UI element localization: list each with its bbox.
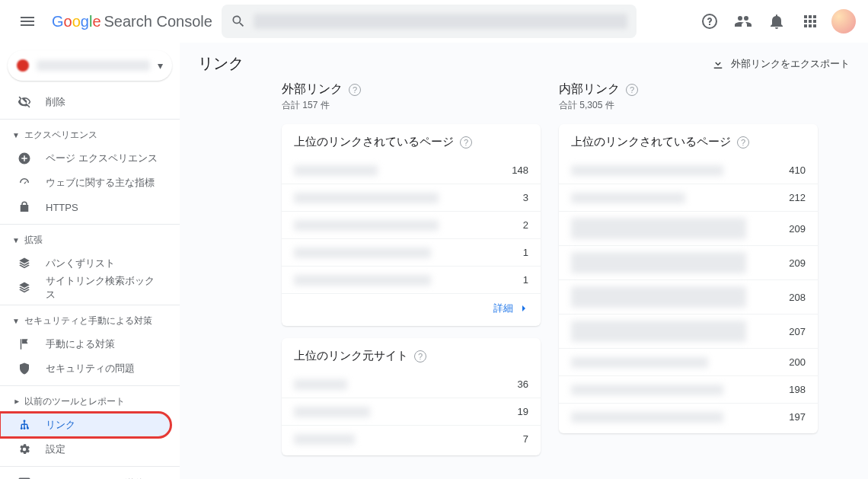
help-icon[interactable]: ? [414,350,426,362]
sidebar: ▾ 削除 ▼エクスペリエンス ページ エクスペリエンス ウェブに関する主な指標 … [0,43,180,479]
internal-top-linked-pages-card: 上位のリンクされているページ ? 41021220920920820720019… [559,124,818,433]
help-icon[interactable]: ? [460,136,472,148]
row-value: 208 [781,292,806,303]
page-header: リンク 外部リンクをエクスポート [180,43,868,81]
row-value: 19 [504,406,528,417]
sidebar-item-breadcrumbs[interactable]: パンくずリスト [0,251,171,276]
main-menu-button[interactable] [12,6,43,37]
sidebar-item-removals[interactable]: 削除 [0,90,171,114]
card-title: 上位のリンクされているページ [571,135,731,149]
table-row[interactable]: 19 [282,398,541,425]
sidebar-item-page-experience[interactable]: ページ エクスペリエンス [0,146,171,171]
more-link[interactable]: 詳細 [282,293,541,323]
url-redacted [294,193,439,203]
lock-icon [17,200,32,214]
speed-icon [17,176,32,190]
sidebar-item-label: ページ エクスペリエンス [46,152,158,165]
url-redacted [571,385,723,395]
row-value: 410 [781,164,806,176]
product-logo[interactable]: Google Search Console [52,13,212,30]
notifications-button[interactable] [761,6,792,37]
url-redacted [294,165,378,176]
card-title: 上位のリンク元サイト [294,349,408,363]
row-value: 36 [504,378,528,390]
row-value: 2 [504,219,528,231]
users-icon [734,12,752,30]
table-row[interactable]: 7 [282,425,541,452]
table-row[interactable]: 197 [559,403,818,430]
property-name-redacted [37,60,150,71]
divider [0,119,180,120]
sidebar-item-feedback[interactable]: フィードバックを送信 [0,471,171,479]
row-value: 207 [781,326,806,337]
url-redacted [571,321,746,342]
visibility-off-icon [17,95,32,109]
sidebar-item-label: HTTPS [46,202,78,213]
row-value: 1 [504,247,528,258]
chevron-down-icon: ▾ [158,59,163,72]
table-row[interactable]: 3 [282,184,541,211]
table-row[interactable]: 1 [282,238,541,266]
row-value: 148 [504,164,528,176]
sidebar-item-sitelinks-searchbox[interactable]: サイトリンク検索ボックス [0,276,171,300]
table-row[interactable]: 198 [559,375,818,403]
url-redacted [571,357,708,368]
shield-icon [17,362,32,375]
export-external-links-button[interactable]: 外部リンクをエクスポート [711,57,850,71]
download-icon [711,57,725,71]
apps-button[interactable] [795,6,825,37]
url-redacted [294,220,439,231]
main-content: リンク 外部リンクをエクスポート 外部リンク ? 合計 157 件 [180,43,868,479]
help-icon[interactable]: ? [626,84,638,96]
search-input[interactable] [222,5,637,38]
content-scroll[interactable]: 外部リンク ? 合計 157 件 上位のリンクされているページ ? 148321… [180,81,868,479]
table-row[interactable]: 148 [282,157,541,184]
url-redacted [571,252,746,273]
sidebar-section-enhancements[interactable]: ▼拡張 [0,229,180,251]
url-redacted [571,218,746,239]
internal-links-column: 内部リンク ? 合計 5,305 件 上位のリンクされているページ ? 4102… [559,81,818,433]
table-row[interactable]: 200 [559,348,818,375]
internal-total: 合計 5,305 件 [559,99,818,112]
table-row[interactable]: 209 [559,245,818,279]
page-title: リンク [198,53,244,74]
account-avatar[interactable] [831,9,856,34]
table-row[interactable]: 1 [282,266,541,293]
row-value: 200 [781,356,806,368]
sidebar-item-https[interactable]: HTTPS [0,195,171,219]
external-top-linking-sites-card: 上位のリンク元サイト ? 36197 [282,338,541,455]
table-row[interactable]: 209 [559,211,818,245]
sidebar-item-settings[interactable]: 設定 [0,437,171,461]
help-icon[interactable]: ? [349,84,361,96]
table-row[interactable]: 212 [559,184,818,211]
sidebar-item-links[interactable]: リンク [0,413,171,437]
sidebar-item-manual-actions[interactable]: 手動による対策 [0,332,171,356]
sidebar-item-core-web-vitals[interactable]: ウェブに関する主な指標 [0,171,171,195]
url-redacted [571,286,746,308]
url-redacted [571,165,723,176]
sidebar-item-security-issues[interactable]: セキュリティの問題 [0,356,171,381]
url-redacted [294,379,347,390]
table-row[interactable]: 208 [559,279,818,314]
hamburger-icon [18,12,37,30]
table-row[interactable]: 2 [282,211,541,238]
help-icon[interactable]: ? [737,136,749,148]
apps-grid-icon [801,12,819,30]
app-header: Google Search Console [0,0,868,43]
help-button[interactable] [694,6,725,37]
internal-group-title: 内部リンク ? [559,81,818,97]
table-row[interactable]: 410 [559,157,818,184]
table-row[interactable]: 36 [282,371,541,398]
url-redacted [294,434,355,445]
sidebar-section-experience[interactable]: ▼エクスペリエンス [0,124,180,146]
sidebar-item-label: パンくずリスト [46,257,115,270]
table-row[interactable]: 207 [559,314,818,348]
sidebar-section-legacy[interactable]: ▼以前のツールとレポート [0,391,180,413]
property-favicon [17,59,29,72]
row-value: 209 [781,257,806,269]
users-button[interactable] [728,6,758,37]
property-selector[interactable]: ▾ [8,50,172,81]
export-label: 外部リンクをエクスポート [731,57,850,71]
plus-circle-icon [17,152,32,165]
sidebar-section-security[interactable]: ▼セキュリティと手動による対策 [0,310,180,332]
